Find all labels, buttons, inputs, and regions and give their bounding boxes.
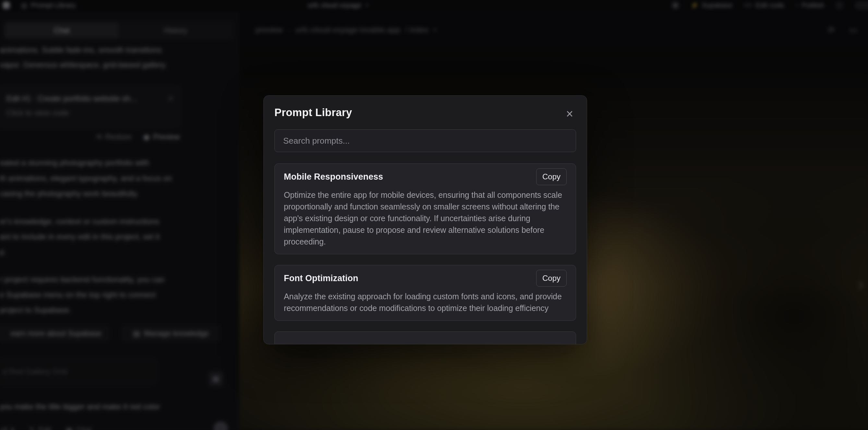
prompt-card-mobile-responsiveness: Mobile Responsiveness Copy Optimize the … <box>274 163 576 254</box>
search-input[interactable] <box>274 129 576 152</box>
prompt-card-partial <box>274 331 576 344</box>
prompt-card-font-optimization: Font Optimization Copy Analyze the exist… <box>274 265 576 321</box>
prompt-title: Font Optimization <box>284 273 358 283</box>
prompt-card-header: Mobile Responsiveness Copy <box>284 168 567 185</box>
modal-title: Prompt Library <box>274 106 352 119</box>
prompt-library-modal: Prompt Library × Mobile Responsiveness C… <box>264 95 587 344</box>
copy-button[interactable]: Copy <box>536 270 567 287</box>
prompt-card-header: Font Optimization Copy <box>284 270 567 287</box>
copy-button[interactable]: Copy <box>536 168 567 185</box>
close-icon[interactable]: × <box>562 107 577 121</box>
modal-header: Prompt Library × <box>274 96 576 129</box>
prompt-description: Analyze the existing approach for loadin… <box>284 290 567 314</box>
app-window: ▤ Prompt Library urfc cloud voyage ▾ ⚙ ⚡… <box>0 0 868 430</box>
prompt-list: Mobile Responsiveness Copy Optimize the … <box>274 163 576 344</box>
prompt-title: Mobile Responsiveness <box>284 172 383 182</box>
prompt-description: Optimize the entire app for mobile devic… <box>284 189 567 247</box>
